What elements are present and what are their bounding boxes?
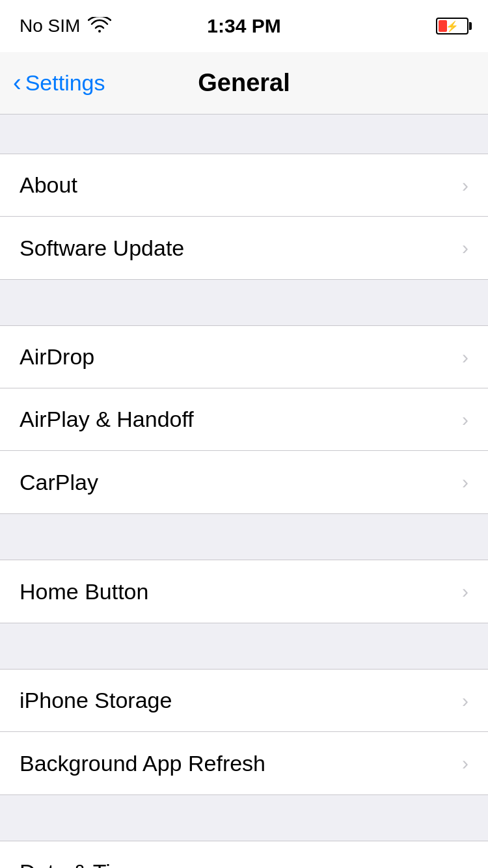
status-left: No SIM: [20, 16, 137, 36]
settings-group-5: Date & Time › Keyboard ›: [0, 841, 488, 868]
top-spacer: [0, 115, 488, 154]
settings-label-airplay-handoff: AirPlay & Handoff: [20, 407, 194, 432]
back-button[interactable]: ‹ Settings: [13, 70, 105, 96]
back-label: Settings: [25, 70, 105, 96]
status-bar: No SIM 1:34 PM ⚡: [0, 0, 488, 52]
status-right: ⚡: [351, 18, 468, 34]
settings-item-carplay[interactable]: CarPlay ›: [0, 451, 488, 513]
chevron-date-time-icon: ›: [462, 861, 468, 869]
carrier-label: No SIM: [20, 16, 80, 36]
chevron-home-button-icon: ›: [462, 580, 468, 603]
nav-bar: ‹ Settings General: [0, 52, 488, 115]
section-gap-1: [0, 280, 488, 325]
status-time: 1:34 PM: [207, 15, 280, 37]
back-chevron-icon: ‹: [13, 70, 21, 95]
chevron-background-app-refresh-icon: ›: [462, 752, 468, 774]
chevron-carplay-icon: ›: [462, 471, 468, 493]
chevron-software-update-icon: ›: [462, 237, 468, 259]
settings-item-software-update[interactable]: Software Update ›: [0, 217, 488, 279]
settings-label-background-app-refresh: Background App Refresh: [20, 751, 265, 776]
settings-group-1: About › Software Update ›: [0, 154, 488, 280]
settings-label-iphone-storage: iPhone Storage: [20, 688, 172, 713]
section-gap-2: [0, 514, 488, 560]
settings-label-software-update: Software Update: [20, 236, 184, 261]
battery-bolt-icon: ⚡: [446, 20, 459, 33]
settings-item-home-button[interactable]: Home Button ›: [0, 560, 488, 623]
settings-item-airdrop[interactable]: AirDrop ›: [0, 326, 488, 388]
section-gap-4: [0, 795, 488, 841]
settings-item-date-time[interactable]: Date & Time ›: [0, 841, 488, 868]
chevron-airplay-handoff-icon: ›: [462, 409, 468, 431]
settings-group-2: AirDrop › AirPlay & Handoff › CarPlay ›: [0, 325, 488, 514]
settings-item-iphone-storage[interactable]: iPhone Storage ›: [0, 670, 488, 732]
settings-item-background-app-refresh[interactable]: Background App Refresh ›: [0, 732, 488, 794]
wifi-icon: [88, 17, 111, 35]
settings-item-airplay-handoff[interactable]: AirPlay & Handoff ›: [0, 388, 488, 451]
page-title: General: [198, 69, 290, 97]
section-gap-3: [0, 623, 488, 669]
settings-group-4: iPhone Storage › Background App Refresh …: [0, 669, 488, 795]
settings-item-about[interactable]: About ›: [0, 154, 488, 217]
settings-label-home-button: Home Button: [20, 579, 148, 604]
settings-label-airdrop: AirDrop: [20, 344, 94, 370]
settings-label-carplay: CarPlay: [20, 470, 98, 495]
chevron-iphone-storage-icon: ›: [462, 690, 468, 712]
chevron-about-icon: ›: [462, 174, 468, 197]
settings-label-date-time: Date & Time: [20, 860, 141, 868]
chevron-airdrop-icon: ›: [462, 346, 468, 368]
settings-label-about: About: [20, 172, 77, 198]
settings-group-3: Home Button ›: [0, 560, 488, 623]
battery-icon: ⚡: [436, 18, 468, 34]
